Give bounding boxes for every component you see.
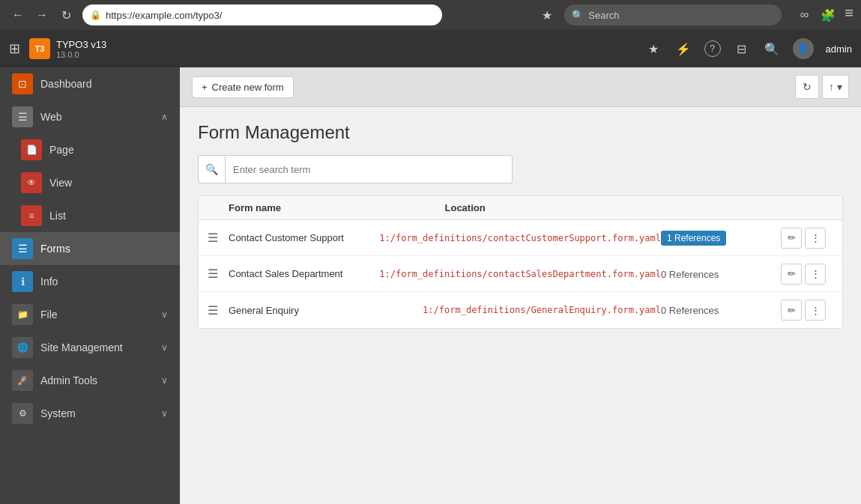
header-location: Location xyxy=(445,202,662,213)
address-url: https://example.com/typo3/ xyxy=(106,10,222,21)
table-row: ☰ Contact Sales Department 1:/form_defin… xyxy=(199,256,842,292)
edit-button-3[interactable]: ✏ xyxy=(781,300,802,321)
toolbar-right: ↻ ↑ ▾ xyxy=(795,75,849,99)
sidebar-label-list: List xyxy=(49,210,168,222)
system-chevron-icon: ∨ xyxy=(161,408,168,419)
form-location-1: 1:/form_definitions/contactCustomerSuppo… xyxy=(379,233,661,243)
avatar[interactable]: 👤 xyxy=(793,38,814,59)
more-button-3[interactable]: ⋮ xyxy=(805,300,826,321)
web-chevron-icon: ∧ xyxy=(161,112,168,122)
sidebar-label-site-management: Site Management xyxy=(40,341,154,353)
site-chevron-icon: ∨ xyxy=(161,342,168,353)
top-bar-right: ★ ⚡ ? ⊟ 🔍 👤 admin xyxy=(644,38,852,59)
table-row: ☰ Contact Customer Support 1:/form_defin… xyxy=(199,220,842,256)
help-icon[interactable]: ? xyxy=(704,40,721,57)
sidebar-label-forms: Forms xyxy=(40,243,168,255)
more-button-1[interactable]: ⋮ xyxy=(805,228,826,249)
create-new-form-button[interactable]: + Create new form xyxy=(192,76,294,98)
content-area: + Create new form ↻ ↑ ▾ Form Management … xyxy=(180,30,861,504)
references-count-2: 0 References xyxy=(661,269,719,280)
browser-extensions: ∞ 🧩 ≡ xyxy=(794,4,854,25)
back-button[interactable]: ← xyxy=(7,4,28,25)
more-button-2[interactable]: ⋮ xyxy=(805,264,826,285)
page-title: Form Management xyxy=(198,122,843,143)
lightning-icon[interactable]: ⚡ xyxy=(674,40,692,58)
browser-search-bar[interactable]: 🔍 Search xyxy=(564,4,782,25)
search-input[interactable] xyxy=(226,164,512,175)
typo3-logo: T3 xyxy=(29,38,50,59)
form-icon-1: ☰ xyxy=(208,231,229,245)
sidebar-item-file[interactable]: 📁 File ∨ xyxy=(0,298,180,331)
sidebar-item-site-management[interactable]: 🌐 Site Management ∨ xyxy=(0,331,180,364)
dashboard-icon: ⊡ xyxy=(12,73,33,94)
content-toolbar: + Create new form ↻ ↑ ▾ xyxy=(180,67,861,107)
form-actions-1: ✏ ⋮ xyxy=(781,228,833,249)
forms-icon: ☰ xyxy=(12,238,33,259)
references-count-3: 0 References xyxy=(661,305,719,316)
create-icon: + xyxy=(202,82,208,93)
form-name-1: Contact Customer Support xyxy=(229,232,379,243)
address-bar[interactable]: 🔒 https://example.com/typo3/ xyxy=(82,4,442,25)
sidebar-label-info: Info xyxy=(40,276,168,288)
apps2-icon[interactable]: ⊟ xyxy=(733,40,751,58)
app-layout: ⊞ T3 TYPO3 v13 13.0.0 ★ ⚡ ? ⊟ 🔍 👤 admin … xyxy=(0,30,861,504)
content-main: Form Management 🔍 Form name Location ☰ xyxy=(180,107,861,344)
form-icon-2: ☰ xyxy=(208,267,229,281)
sidebar-label-dashboard: Dashboard xyxy=(40,78,168,90)
typo3-logo-area: T3 TYPO3 v13 13.0.0 xyxy=(29,38,106,59)
header-form-name: Form name xyxy=(229,202,445,213)
extension-icon-2[interactable]: 🧩 xyxy=(818,4,839,25)
form-name-2: Contact Sales Department xyxy=(229,268,379,279)
file-chevron-icon: ∨ xyxy=(161,309,168,320)
forward-button[interactable]: → xyxy=(31,4,52,25)
typo3-title-block: TYPO3 v13 13.0.0 xyxy=(56,39,106,59)
sidebar-item-page[interactable]: 📄 Page xyxy=(0,133,180,166)
top-bar: ⊞ T3 TYPO3 v13 13.0.0 ★ ⚡ ? ⊟ 🔍 👤 admin xyxy=(0,30,861,67)
bookmark-icon[interactable]: ★ xyxy=(542,8,552,22)
sidebar-item-admin-tools[interactable]: 🚀 Admin Tools ∨ xyxy=(0,364,180,397)
search-topbar-icon[interactable]: 🔍 xyxy=(763,40,781,58)
typo3-title: TYPO3 v13 xyxy=(56,39,106,50)
apps-grid-icon[interactable]: ⊞ xyxy=(9,40,20,57)
sidebar-label-web: Web xyxy=(40,111,154,123)
form-actions-2: ✏ ⋮ xyxy=(781,264,833,285)
references-badge-1: 1 References xyxy=(661,231,726,246)
bookmark-topbar-icon[interactable]: ★ xyxy=(644,40,662,58)
sidebar: ⊡ Dashboard ☰ Web ∧ 📄 Page 👁 View ≡ List… xyxy=(0,30,180,504)
sidebar-item-info[interactable]: ℹ Info xyxy=(0,265,180,298)
file-icon: 📁 xyxy=(12,304,33,325)
sidebar-label-view: View xyxy=(49,177,168,189)
view-icon: 👁 xyxy=(21,172,42,193)
share-button[interactable]: ↑ ▾ xyxy=(822,75,849,99)
admin-chevron-icon: ∨ xyxy=(161,375,168,386)
sidebar-item-view[interactable]: 👁 View xyxy=(0,166,180,199)
browser-chrome: ← → ↻ 🔒 https://example.com/typo3/ ★ 🔍 S… xyxy=(0,0,861,30)
form-refs-1: 1 References xyxy=(661,231,781,246)
refresh-button[interactable]: ↻ xyxy=(795,75,819,99)
sidebar-item-forms[interactable]: ☰ Forms xyxy=(0,232,180,265)
browser-menu-icon[interactable]: ≡ xyxy=(845,4,854,25)
table-header: Form name Location xyxy=(199,196,842,220)
search-button[interactable]: 🔍 xyxy=(199,156,226,183)
sidebar-item-dashboard[interactable]: ⊡ Dashboard xyxy=(0,67,180,100)
refresh-button[interactable]: ↻ xyxy=(55,4,76,25)
list-icon: ≡ xyxy=(21,205,42,226)
sidebar-item-web[interactable]: ☰ Web ∧ xyxy=(0,100,180,133)
form-name-3: General Enquiry xyxy=(229,305,423,316)
page-icon: 📄 xyxy=(21,139,42,160)
share-chevron-icon: ▾ xyxy=(837,81,842,93)
sidebar-item-system[interactable]: ⚙ System ∨ xyxy=(0,397,180,430)
form-icon-3: ☰ xyxy=(208,303,229,318)
sidebar-label-file: File xyxy=(40,309,154,321)
sidebar-label-page: Page xyxy=(49,144,168,156)
edit-button-2[interactable]: ✏ xyxy=(781,264,802,285)
admin-label: admin xyxy=(826,43,852,55)
form-refs-3: 0 References xyxy=(661,304,781,316)
form-location-3: 1:/form_definitions/GeneralEnquiry.form.… xyxy=(423,305,661,315)
forms-table: Form name Location ☰ Contact Customer Su… xyxy=(198,195,843,329)
form-actions-3: ✏ ⋮ xyxy=(781,300,833,321)
edit-button-1[interactable]: ✏ xyxy=(781,228,802,249)
extension-icon-1[interactable]: ∞ xyxy=(794,4,815,25)
sidebar-item-list[interactable]: ≡ List xyxy=(0,199,180,232)
site-icon: 🌐 xyxy=(12,337,33,358)
